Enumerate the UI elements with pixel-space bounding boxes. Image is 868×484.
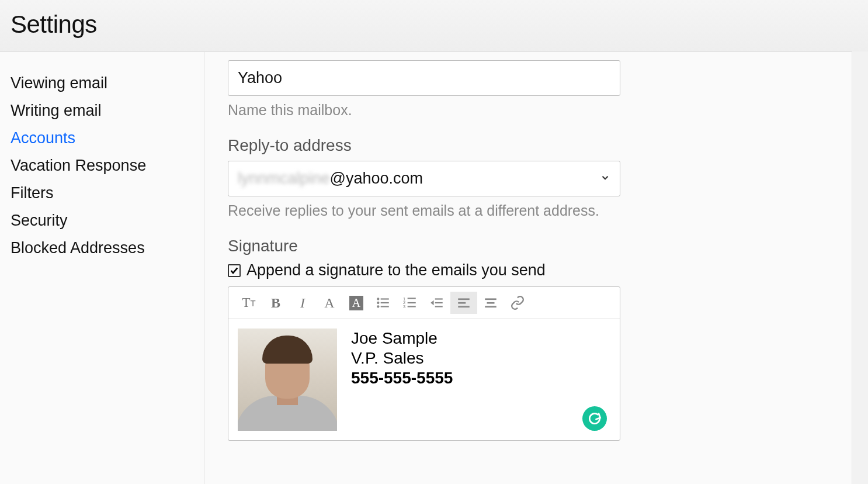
sidebar-item-writing-email[interactable]: Writing email xyxy=(11,97,204,125)
reply-to-email-domain: @yahoo.com xyxy=(330,170,423,187)
svg-rect-14 xyxy=(435,302,443,303)
svg-rect-20 xyxy=(487,302,495,304)
sidebar-item-blocked-addresses[interactable]: Blocked Addresses xyxy=(11,234,204,262)
svg-point-4 xyxy=(377,305,379,307)
svg-rect-11 xyxy=(408,306,416,307)
settings-header: Settings xyxy=(0,0,868,52)
sidebar-item-viewing-email[interactable]: Viewing email xyxy=(11,70,204,97)
sidebar-item-accounts[interactable]: Accounts xyxy=(11,125,204,152)
signature-editor: TT B I A A 123 xyxy=(228,286,620,441)
svg-marker-12 xyxy=(430,300,433,306)
form-section: Name this mailbox. Reply-to address lynn… xyxy=(228,60,620,441)
highlight-icon[interactable]: A xyxy=(343,292,370,314)
reply-to-helper-text: Receive replies to your sent emails at a… xyxy=(228,202,620,219)
reply-to-email-local: lynnmcalpine xyxy=(238,170,330,187)
signature-name: Joe Sample xyxy=(351,329,453,348)
reply-to-select[interactable]: lynnmcalpine@yahoo.com xyxy=(228,161,620,196)
italic-icon[interactable]: I xyxy=(289,292,316,314)
mailbox-name-input[interactable] xyxy=(228,60,620,96)
sidebar-item-vacation-response[interactable]: Vacation Response xyxy=(11,152,204,179)
editor-toolbar: TT B I A A 123 xyxy=(228,287,620,319)
text-color-icon[interactable]: A xyxy=(316,292,343,314)
signature-phone: 555-555-5555 xyxy=(351,368,453,388)
svg-rect-1 xyxy=(381,298,389,299)
signature-avatar-image xyxy=(238,329,337,431)
indent-icon[interactable] xyxy=(423,292,450,314)
svg-text:3: 3 xyxy=(403,304,405,309)
svg-rect-16 xyxy=(458,298,470,300)
svg-rect-21 xyxy=(485,306,497,307)
append-signature-checkbox[interactable] xyxy=(228,264,241,277)
vertical-scrollbar[interactable] xyxy=(852,51,868,484)
reply-to-value: lynnmcalpine@yahoo.com xyxy=(238,170,423,188)
align-center-icon[interactable] xyxy=(477,292,504,314)
signature-title: V.P. Sales xyxy=(351,348,453,368)
chevron-down-icon xyxy=(600,171,610,186)
svg-rect-17 xyxy=(458,302,466,304)
svg-rect-7 xyxy=(408,298,416,299)
svg-rect-3 xyxy=(381,302,389,303)
text-size-icon[interactable]: TT xyxy=(235,292,262,314)
sidebar-item-filters[interactable]: Filters xyxy=(11,179,204,207)
bold-icon[interactable]: B xyxy=(262,292,289,314)
sidebar-item-security[interactable]: Security xyxy=(11,207,204,234)
reply-to-label: Reply-to address xyxy=(228,136,620,155)
svg-rect-18 xyxy=(458,306,470,307)
link-icon[interactable] xyxy=(504,292,531,314)
signature-checkbox-row: Append a signature to the emails you sen… xyxy=(228,261,620,279)
settings-content: Name this mailbox. Reply-to address lynn… xyxy=(204,52,868,484)
numbered-list-icon[interactable]: 123 xyxy=(397,292,423,314)
svg-rect-13 xyxy=(435,298,443,299)
bullet-list-icon[interactable] xyxy=(370,292,397,314)
page-title: Settings xyxy=(11,11,857,39)
svg-rect-9 xyxy=(408,302,416,303)
signature-content-area[interactable]: Joe Sample V.P. Sales 555-555-5555 xyxy=(228,319,620,440)
svg-rect-19 xyxy=(485,298,497,300)
svg-rect-5 xyxy=(381,306,389,307)
mailbox-helper-text: Name this mailbox. xyxy=(228,102,620,119)
svg-point-2 xyxy=(377,302,379,304)
svg-rect-15 xyxy=(435,306,443,307)
settings-sidebar: Viewing email Writing email Accounts Vac… xyxy=(0,52,204,484)
align-left-icon[interactable] xyxy=(450,292,477,314)
main-layout: Viewing email Writing email Accounts Vac… xyxy=(0,52,868,484)
grammarly-icon[interactable] xyxy=(582,406,607,431)
signature-text-block: Joe Sample V.P. Sales 555-555-5555 xyxy=(351,329,453,431)
signature-label: Signature xyxy=(228,237,620,255)
append-signature-label: Append a signature to the emails you sen… xyxy=(246,261,546,279)
svg-point-0 xyxy=(377,298,379,300)
